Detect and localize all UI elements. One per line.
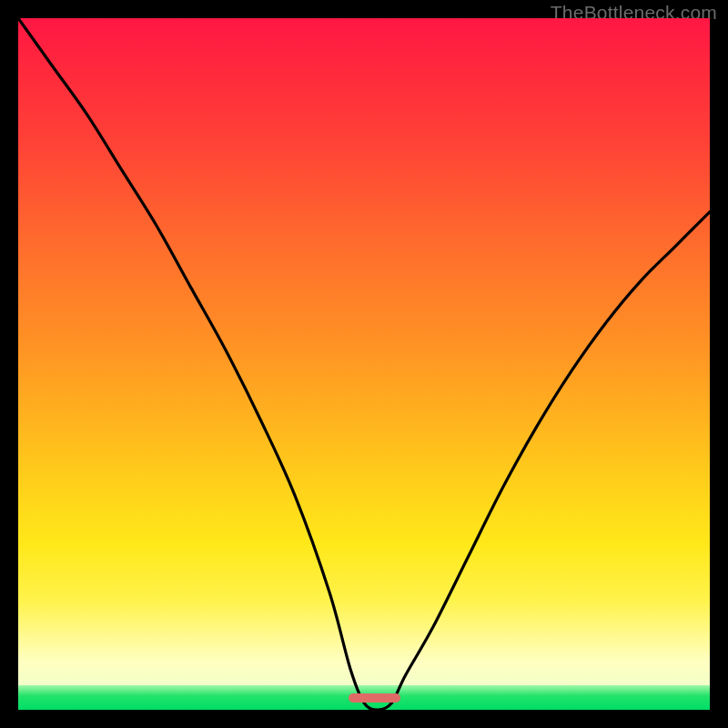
chart-frame: TheBottleneck.com (0, 0, 728, 728)
min-marker-bar (349, 693, 400, 703)
bottleneck-curve (18, 18, 710, 710)
curve-path (18, 18, 710, 710)
plot-area (18, 18, 710, 710)
